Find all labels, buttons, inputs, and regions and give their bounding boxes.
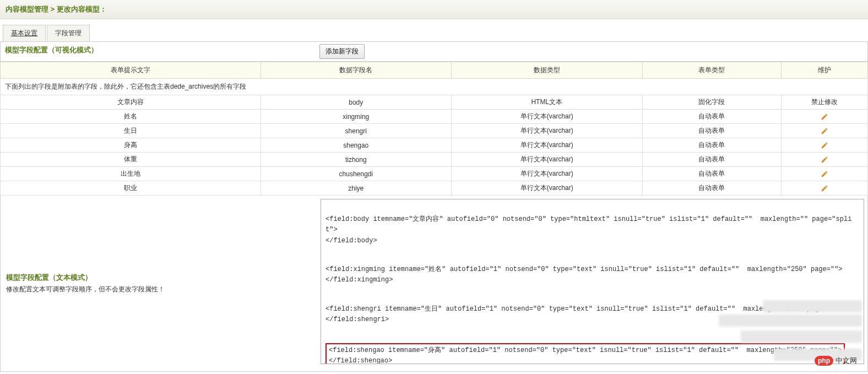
table-row: 姓名xingming单行文本(varchar)自动表单 <box>1 110 868 124</box>
edit-icon[interactable] <box>821 141 828 149</box>
breadcrumb-current: 更改内容模型： <box>57 5 107 13</box>
th-formtype: 表单类型 <box>642 62 781 79</box>
section-text-title: 模型字段配置（文本模式） <box>6 273 312 283</box>
table-row: 体重tizhong单行文本(varchar)自动表单 <box>1 153 868 167</box>
cell-formtype: 自动表单 <box>642 167 781 181</box>
watermark-text: 中文网 <box>836 356 857 366</box>
section-visual-title: 模型字段配置（可视化模式） <box>1 42 317 61</box>
blur-overlay <box>763 300 862 312</box>
cell-formtype: 自动表单 <box>642 138 781 153</box>
cell-maint: 禁止修改 <box>781 95 868 110</box>
tab-basic[interactable]: 基本设置 <box>3 25 46 41</box>
tab-fields[interactable]: 字段管理 <box>47 25 90 41</box>
cell-prompt: 身高 <box>1 138 261 153</box>
add-field-button[interactable]: 添加新字段 <box>319 44 365 59</box>
tabs: 基本设置 字段管理 <box>3 25 868 41</box>
cell-prompt: 职业 <box>1 181 261 196</box>
cell-formtype: 自动表单 <box>642 181 781 196</box>
cell-field: chushengdi <box>261 167 452 181</box>
cell-datatype: HTML文本 <box>452 95 643 110</box>
cell-formtype: 自动表单 <box>642 124 781 138</box>
edit-icon[interactable] <box>821 127 828 134</box>
cell-prompt: 体重 <box>1 153 261 167</box>
cell-prompt: 文章内容 <box>1 95 261 110</box>
section-text-desc: 修改配置文本可调整字段顺序，但不会更改字段属性！ <box>6 285 312 294</box>
edit-icon[interactable] <box>821 184 828 192</box>
highlighted-code-shengao: <field:shengao itemname="身高" autofield="… <box>326 343 845 364</box>
fields-table: 表单提示文字 数据字段名 数据类型 表单类型 维护 下面列出的字段是附加表的字段… <box>0 62 868 196</box>
cell-datatype: 单行文本(varchar) <box>452 153 643 167</box>
table-row: 文章内容bodyHTML文本固化字段禁止修改 <box>1 95 868 110</box>
cell-maint[interactable] <box>781 181 868 196</box>
th-prompt: 表单提示文字 <box>1 62 261 79</box>
blur-overlay <box>741 330 862 343</box>
edit-icon[interactable] <box>821 170 828 177</box>
table-row: 出生地chushengdi单行文本(varchar)自动表单 <box>1 167 868 181</box>
cell-formtype: 自动表单 <box>642 153 781 167</box>
breadcrumb: 内容模型管理 > 更改内容模型： <box>0 0 868 19</box>
cell-formtype: 固化字段 <box>642 95 781 110</box>
cell-maint[interactable] <box>781 167 868 181</box>
cell-datatype: 单行文本(varchar) <box>452 124 643 138</box>
cell-maint[interactable] <box>781 138 868 153</box>
section-text-wrapper: 模型字段配置（文本模式） 修改配置文本可调整字段顺序，但不会更改字段属性！ <f… <box>0 196 868 372</box>
cell-field: xingming <box>261 110 452 124</box>
table-row: 生日shengri单行文本(varchar)自动表单 <box>1 124 868 138</box>
th-field: 数据字段名 <box>261 62 452 79</box>
table-row: 身高shengao单行文本(varchar)自动表单 <box>1 138 868 153</box>
cell-field: body <box>261 95 452 110</box>
php-badge-icon: php <box>815 356 833 366</box>
cell-datatype: 单行文本(varchar) <box>452 181 643 196</box>
cell-datatype: 单行文本(varchar) <box>452 167 643 181</box>
cell-maint[interactable] <box>781 110 868 124</box>
cell-datatype: 单行文本(varchar) <box>452 138 643 153</box>
table-note: 下面列出的字段是附加表的字段，除此外，它还包含主表dede_archives的所… <box>1 79 868 95</box>
cell-field: shengao <box>261 138 452 153</box>
cell-prompt: 生日 <box>1 124 261 138</box>
cell-datatype: 单行文本(varchar) <box>452 110 643 124</box>
table-row: 职业zhiye单行文本(varchar)自动表单 <box>1 181 868 196</box>
cell-prompt: 出生地 <box>1 167 261 181</box>
th-maint: 维护 <box>781 62 868 79</box>
cell-field: zhiye <box>261 181 452 196</box>
cell-prompt: 姓名 <box>1 110 261 124</box>
watermark: php 中文网 <box>815 356 857 366</box>
breadcrumb-root[interactable]: 内容模型管理 <box>6 5 48 13</box>
section-visual-header: 模型字段配置（可视化模式） 添加新字段 <box>0 41 868 62</box>
edit-icon[interactable] <box>821 155 828 163</box>
th-datatype: 数据类型 <box>452 62 643 79</box>
cell-maint[interactable] <box>781 153 868 167</box>
edit-icon[interactable] <box>821 112 828 120</box>
cell-formtype: 自动表单 <box>642 110 781 124</box>
blur-overlay <box>719 315 862 327</box>
cell-maint[interactable] <box>781 124 868 138</box>
cell-field: shengri <box>261 124 452 138</box>
cell-field: tizhong <box>261 153 452 167</box>
